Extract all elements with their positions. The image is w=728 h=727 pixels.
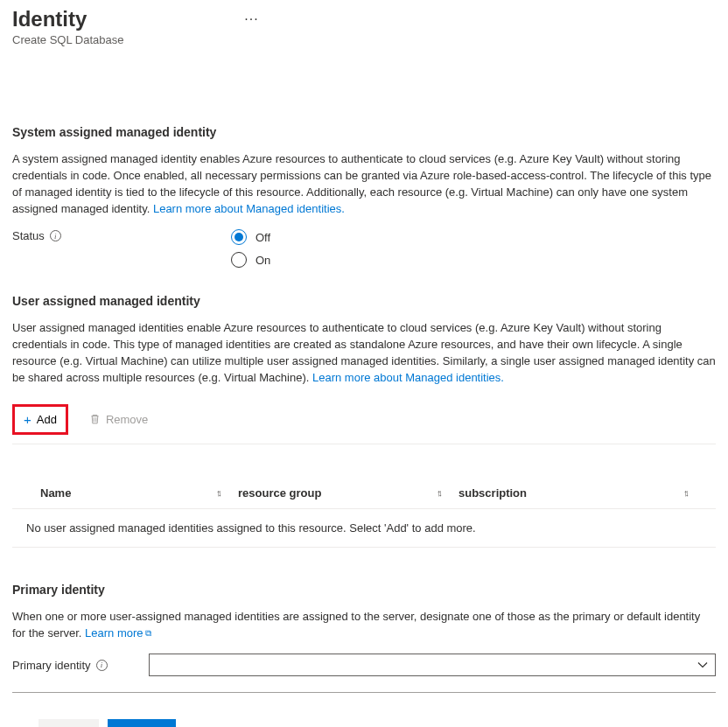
page-title: Identity [12,7,87,31]
status-radio-off[interactable]: Off [231,229,270,245]
add-button[interactable]: + Add [18,409,62,430]
section-heading-user: User assigned managed identity [12,294,716,308]
primary-identity-label: Primary identity i [12,659,135,672]
table-header: Name ↑↓ resource group ↑↓ subscription ↑… [12,478,716,509]
user-learn-more-link[interactable]: Learn more about Managed identities. [312,371,504,384]
sort-icon: ↑↓ [437,487,439,498]
system-description-text: A system assigned managed identity enabl… [12,152,711,215]
column-header-resource-group[interactable]: resource group ↑↓ [238,486,458,500]
plus-icon: + [24,412,32,427]
primary-learn-more-label: Learn more [85,626,143,640]
empty-state-text: No user assigned managed identities assi… [12,509,716,548]
primary-learn-more-link[interactable]: Learn more⧉ [85,626,150,640]
chevron-down-icon [697,660,708,670]
radio-icon [231,229,247,245]
primary-identity-dropdown[interactable] [149,654,716,676]
apply-button: Apply [38,719,99,727]
status-label: Status i [12,229,231,242]
column-header-rg-label: resource group [238,486,321,500]
status-radio-on[interactable]: On [231,252,270,268]
external-link-icon: ⧉ [145,628,151,638]
user-identity-toolbar: + Add Remove [12,399,716,444]
status-radio-group: Off On [231,229,270,268]
system-description: A system assigned managed identity enabl… [12,151,716,217]
add-button-highlight: + Add [12,404,68,435]
remove-button-label: Remove [106,413,148,426]
more-icon[interactable]: ··· [244,11,258,27]
column-header-subscription[interactable]: subscription ↑↓ [458,486,705,500]
system-learn-more-link[interactable]: Learn more about Managed identities. [153,202,345,215]
add-button-label: Add [37,413,57,426]
radio-label-on: On [256,254,270,267]
user-description: User assigned managed identities enable … [12,320,716,386]
trash-icon [89,413,101,425]
sort-icon: ↑↓ [683,487,686,498]
sort-icon: ↑↓ [216,487,219,498]
column-header-name[interactable]: Name ↑↓ [23,486,238,500]
system-identity-section: System assigned managed identity A syste… [12,125,716,268]
identities-table: Name ↑↓ resource group ↑↓ subscription ↑… [12,478,716,548]
section-heading-system: System assigned managed identity [12,125,716,139]
radio-icon [231,252,247,268]
page-header: Identity ··· Create SQL Database [12,7,716,46]
column-header-sub-label: subscription [458,486,527,500]
remove-button: Remove [84,409,153,430]
cancel-button[interactable]: Cancel [108,719,177,727]
column-header-name-label: Name [40,486,71,500]
primary-identity-section: Primary identity When one or more user-a… [12,583,716,694]
info-icon[interactable]: i [96,660,108,671]
primary-identity-label-text: Primary identity [12,659,91,672]
primary-description: When one or more user-assigned managed i… [12,609,716,642]
page-subtitle: Create SQL Database [12,33,716,46]
status-label-text: Status [12,229,45,242]
info-icon[interactable]: i [50,230,61,241]
footer-actions: Apply Cancel [12,719,716,727]
user-identity-section: User assigned managed identity User assi… [12,294,716,547]
section-heading-primary: Primary identity [12,583,716,597]
radio-label-off: Off [256,231,270,244]
